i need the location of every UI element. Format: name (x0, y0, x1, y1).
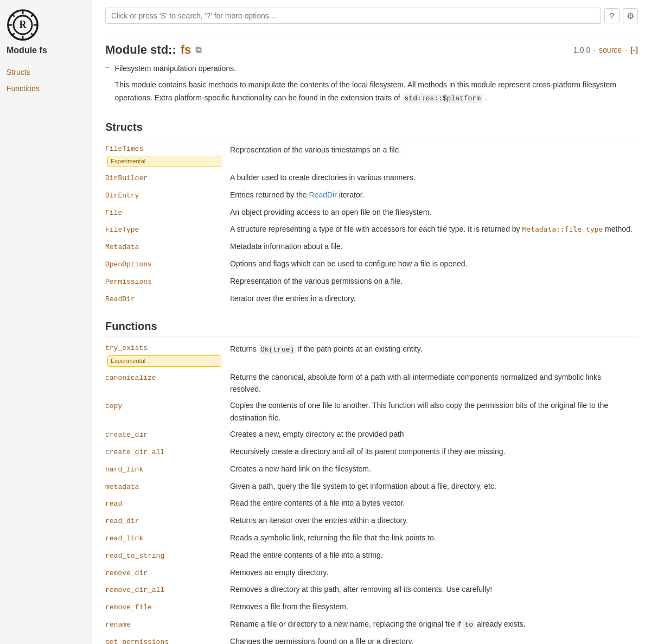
fn-desc-try-exists: Returns Ok(true) if the path points at a… (230, 341, 638, 368)
fn-link-remove-dir[interactable]: remove_dir (105, 569, 148, 577)
table-row: read_to_string Read the entire contents … (105, 547, 638, 564)
fn-link-rename[interactable]: rename (105, 621, 131, 629)
fn-desc-canonicalize: Returns the canonical, absolute form of … (230, 369, 638, 398)
fn-desc-read-dir: Returns an iterator over the entries wit… (230, 512, 638, 530)
fn-desc-remove-file: Removes a file from the filesystem. (230, 598, 638, 616)
module-version-area: 1.0.0 · source · [-] (573, 46, 638, 54)
table-row: create_dir_all Recursively create a dire… (105, 443, 638, 461)
struct-link-filetimes[interactable]: FileTimes (105, 144, 221, 155)
rust-logo-icon: R (7, 9, 39, 41)
fn-link-set-permissions[interactable]: set_permissions (105, 638, 169, 644)
table-row: File An object providing access to an op… (105, 204, 638, 221)
fn-link-canonicalize[interactable]: canonicalize (105, 374, 156, 382)
table-row: read Read the entire contents of a file … (105, 495, 638, 512)
struct-desc-direntry: Entries returned by the ReadDir iterator… (230, 187, 638, 204)
fn-link-hard-link[interactable]: hard_link (105, 466, 143, 474)
fn-link-read-dir[interactable]: read_dir (105, 517, 139, 525)
struct-desc-permissions: Representation of the various permission… (230, 273, 638, 290)
collapse-button[interactable]: [-] (630, 46, 638, 54)
fn-link-create-dir[interactable]: create_dir (105, 431, 148, 439)
table-row: canonicalize Returns the canonical, abso… (105, 369, 638, 398)
description-summary: Filesystem manipulation operations. (115, 62, 638, 75)
table-row: read_link Reads a symbolic link, returni… (105, 530, 638, 547)
fn-link-try-exists[interactable]: try_exists (105, 343, 221, 354)
table-row: copy Copies the contents of one file to … (105, 397, 638, 426)
description-text: Filesystem manipulation operations. This… (115, 62, 638, 108)
fn-link-read[interactable]: read (105, 500, 122, 508)
platform-code: std::os::$platform (403, 94, 483, 103)
fn-desc-hard-link: Creates a new hard link on the filesyste… (230, 461, 638, 478)
table-row: Permissions Representation of the variou… (105, 273, 638, 290)
table-row: create_dir Creates a new, empty director… (105, 426, 638, 443)
struct-link-file[interactable]: File (105, 209, 122, 217)
fn-desc-read-to-string: Read the entire contents of a file into … (230, 547, 638, 564)
fn-desc-remove-dir: Removes an empty directory. (230, 564, 638, 582)
metadata-file-type-link[interactable]: Metadata::file_type (522, 225, 603, 233)
svg-line-8 (31, 33, 34, 36)
fn-desc-copy: Copies the contents of one file to anoth… (230, 397, 638, 426)
search-help-button[interactable]: ? (604, 8, 620, 23)
struct-link-filetype[interactable]: FileType (105, 226, 139, 234)
table-row: hard_link Creates a new hard link on the… (105, 461, 638, 478)
sidebar-item-structs[interactable]: Structs (7, 66, 85, 78)
fn-link-create-dir-all[interactable]: create_dir_all (105, 448, 164, 456)
fn-desc-create-dir: Creates a new, empty directory at the pr… (230, 426, 638, 443)
main-content: ? ⚙ Module std::fs ⧉ 1.0.0 · source · [-… (92, 0, 651, 644)
structs-heading: Structs (105, 121, 638, 137)
struct-desc-dirbuilder: A builder used to create directories in … (230, 169, 638, 187)
svg-text:R: R (19, 19, 27, 30)
table-row: try_exists Experimental Returns Ok(true)… (105, 341, 638, 368)
description-toggle[interactable]: − (105, 63, 110, 72)
copy-path-icon[interactable]: ⧉ (195, 45, 201, 55)
table-row: FileTimes Experimental Representation of… (105, 142, 638, 169)
fn-link-copy[interactable]: copy (105, 402, 122, 410)
fn-desc-remove-dir-all: Removes a directory at this path, after … (230, 581, 638, 598)
version-separator: · (593, 46, 596, 54)
sidebar-module-title: Module fs (7, 46, 85, 55)
svg-line-9 (31, 14, 34, 17)
fn-desc-set-permissions: Changes the permissions found on a file … (230, 633, 638, 644)
table-row: read_dir Returns an iterator over the en… (105, 512, 638, 530)
struct-desc-metadata: Metadata information about a file. (230, 238, 638, 256)
struct-link-permissions[interactable]: Permissions (105, 278, 152, 286)
struct-link-openoptions[interactable]: OpenOptions (105, 260, 152, 269)
struct-link-metadata[interactable]: Metadata (105, 243, 139, 251)
struct-desc-readdir: Iterator over the entries in a directory… (230, 290, 638, 308)
badge-experimental-filetimes: Experimental (107, 156, 221, 167)
table-row: remove_file Removes a file from the file… (105, 598, 638, 616)
description-detail: This module contains basic methods to ma… (115, 79, 638, 105)
svg-line-10 (12, 33, 15, 36)
source-link[interactable]: source (599, 46, 622, 54)
fn-link-read-link[interactable]: read_link (105, 534, 143, 543)
fn-link-read-to-string[interactable]: read_to_string (105, 552, 164, 560)
svg-line-7 (12, 14, 15, 17)
fn-link-metadata[interactable]: metadata (105, 483, 139, 491)
table-row: OpenOptions Options and flags which can … (105, 256, 638, 273)
module-title: Module std::fs ⧉ (105, 43, 201, 57)
module-version: 1.0.0 (573, 46, 590, 54)
table-row: remove_dir Removes an empty directory. (105, 564, 638, 582)
struct-desc-openoptions: Options and flags which can be used to c… (230, 256, 638, 273)
sidebar: R Module fs Structs Functions (0, 0, 92, 644)
sidebar-item-functions[interactable]: Functions (7, 82, 85, 94)
fn-desc-metadata: Given a path, query the file system to g… (230, 478, 638, 495)
table-row: ReadDir Iterator over the entries in a d… (105, 290, 638, 308)
description-block: − Filesystem manipulation operations. Th… (105, 62, 638, 108)
table-row: metadata Given a path, query the file sy… (105, 478, 638, 495)
fn-link-remove-file[interactable]: remove_file (105, 603, 152, 611)
search-settings-button[interactable]: ⚙ (623, 8, 638, 23)
table-row: rename Rename a file or directory to a n… (105, 616, 638, 633)
struct-desc-filetimes: Representation of the various timestamps… (230, 142, 638, 169)
readdir-link[interactable]: ReadDir (309, 190, 337, 199)
struct-name-cell-filetimes: FileTimes Experimental (105, 144, 221, 167)
struct-link-dirbuilder[interactable]: DirBuilder (105, 174, 148, 182)
functions-table: try_exists Experimental Returns Ok(true)… (105, 341, 638, 644)
fn-link-remove-dir-all[interactable]: remove_dir_all (105, 586, 164, 594)
table-row: set_permissions Changes the permissions … (105, 633, 638, 644)
struct-link-readdir[interactable]: ReadDir (105, 295, 135, 303)
search-bar-container: ? ⚙ (105, 0, 638, 34)
table-row: FileType A structure representing a type… (105, 221, 638, 238)
search-input[interactable] (105, 8, 601, 24)
fn-desc-rename: Rename a file or directory to a new name… (230, 616, 638, 633)
struct-link-direntry[interactable]: DirEntry (105, 192, 139, 200)
